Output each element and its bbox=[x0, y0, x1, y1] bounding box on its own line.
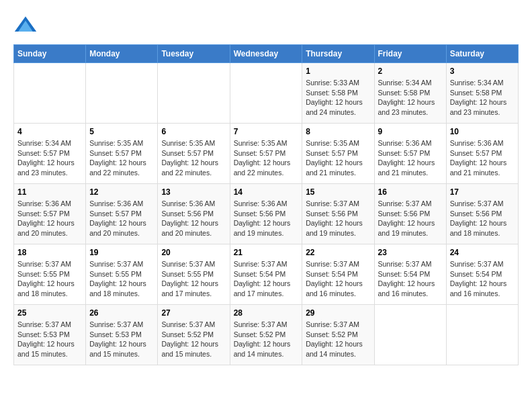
calendar-table: SundayMondayTuesdayWednesdayThursdayFrid… bbox=[13, 44, 519, 365]
day-info: Sunrise: 5:34 AM Sunset: 5:58 PM Dayligh… bbox=[450, 78, 515, 118]
calendar-cell: 3Sunrise: 5:34 AM Sunset: 5:58 PM Daylig… bbox=[446, 63, 518, 124]
day-number: 26 bbox=[89, 308, 154, 318]
day-info: Sunrise: 5:35 AM Sunset: 5:57 PM Dayligh… bbox=[234, 138, 299, 178]
day-info: Sunrise: 5:37 AM Sunset: 5:54 PM Dayligh… bbox=[234, 259, 299, 299]
day-number: 28 bbox=[234, 308, 299, 318]
day-number: 8 bbox=[306, 127, 370, 136]
day-number: 7 bbox=[234, 127, 299, 136]
logo-icon bbox=[13, 13, 38, 38]
day-info: Sunrise: 5:36 AM Sunset: 5:57 PM Dayligh… bbox=[17, 199, 82, 238]
day-number: 4 bbox=[17, 127, 82, 136]
day-info: Sunrise: 5:37 AM Sunset: 5:56 PM Dayligh… bbox=[378, 199, 443, 238]
calendar-week-row: 18Sunrise: 5:37 AM Sunset: 5:55 PM Dayli… bbox=[14, 244, 519, 305]
calendar-cell: 8Sunrise: 5:35 AM Sunset: 5:57 PM Daylig… bbox=[302, 124, 374, 184]
day-info: Sunrise: 5:37 AM Sunset: 5:52 PM Dayligh… bbox=[161, 320, 226, 359]
calendar-cell: 17Sunrise: 5:37 AM Sunset: 5:56 PM Dayli… bbox=[446, 184, 518, 244]
calendar-cell: 6Sunrise: 5:35 AM Sunset: 5:57 PM Daylig… bbox=[158, 124, 230, 184]
calendar-header-row: SundayMondayTuesdayWednesdayThursdayFrid… bbox=[14, 45, 519, 63]
day-info: Sunrise: 5:37 AM Sunset: 5:55 PM Dayligh… bbox=[161, 259, 226, 299]
day-number: 22 bbox=[306, 248, 370, 257]
day-number: 3 bbox=[450, 66, 515, 76]
day-info: Sunrise: 5:37 AM Sunset: 5:52 PM Dayligh… bbox=[234, 320, 299, 359]
day-info: Sunrise: 5:37 AM Sunset: 5:56 PM Dayligh… bbox=[450, 199, 515, 238]
day-info: Sunrise: 5:33 AM Sunset: 5:58 PM Dayligh… bbox=[306, 78, 370, 118]
calendar-cell: 10Sunrise: 5:36 AM Sunset: 5:57 PM Dayli… bbox=[446, 124, 518, 184]
day-info: Sunrise: 5:37 AM Sunset: 5:54 PM Dayligh… bbox=[378, 259, 443, 299]
calendar-cell: 28Sunrise: 5:37 AM Sunset: 5:52 PM Dayli… bbox=[230, 305, 302, 365]
calendar-week-row: 4Sunrise: 5:34 AM Sunset: 5:57 PM Daylig… bbox=[14, 124, 519, 184]
day-number: 10 bbox=[450, 127, 515, 136]
calendar-cell bbox=[14, 63, 86, 124]
day-info: Sunrise: 5:36 AM Sunset: 5:57 PM Dayligh… bbox=[89, 199, 154, 238]
day-info: Sunrise: 5:36 AM Sunset: 5:56 PM Dayligh… bbox=[234, 199, 299, 238]
calendar-cell: 1Sunrise: 5:33 AM Sunset: 5:58 PM Daylig… bbox=[302, 63, 374, 124]
calendar-cell: 15Sunrise: 5:37 AM Sunset: 5:56 PM Dayli… bbox=[302, 184, 374, 244]
day-number: 17 bbox=[450, 187, 515, 197]
calendar-cell bbox=[86, 63, 158, 124]
calendar-cell: 29Sunrise: 5:37 AM Sunset: 5:52 PM Dayli… bbox=[302, 305, 374, 365]
day-number: 12 bbox=[89, 187, 154, 197]
day-info: Sunrise: 5:37 AM Sunset: 5:55 PM Dayligh… bbox=[89, 259, 154, 299]
day-number: 21 bbox=[234, 248, 299, 257]
calendar-cell: 11Sunrise: 5:36 AM Sunset: 5:57 PM Dayli… bbox=[14, 184, 86, 244]
day-number: 14 bbox=[234, 187, 299, 197]
day-number: 11 bbox=[17, 187, 82, 197]
calendar-cell: 26Sunrise: 5:37 AM Sunset: 5:53 PM Dayli… bbox=[86, 305, 158, 365]
day-number: 1 bbox=[306, 66, 370, 76]
day-info: Sunrise: 5:34 AM Sunset: 5:57 PM Dayligh… bbox=[17, 138, 82, 178]
weekday-header-saturday: Saturday bbox=[446, 45, 518, 63]
calendar-cell: 2Sunrise: 5:34 AM Sunset: 5:58 PM Daylig… bbox=[374, 63, 446, 124]
calendar-cell: 25Sunrise: 5:37 AM Sunset: 5:53 PM Dayli… bbox=[14, 305, 86, 365]
calendar-cell: 9Sunrise: 5:36 AM Sunset: 5:57 PM Daylig… bbox=[374, 124, 446, 184]
calendar-cell: 5Sunrise: 5:35 AM Sunset: 5:57 PM Daylig… bbox=[86, 124, 158, 184]
day-number: 5 bbox=[89, 127, 154, 136]
day-info: Sunrise: 5:35 AM Sunset: 5:57 PM Dayligh… bbox=[306, 138, 370, 178]
calendar-cell: 13Sunrise: 5:36 AM Sunset: 5:56 PM Dayli… bbox=[158, 184, 230, 244]
day-info: Sunrise: 5:36 AM Sunset: 5:56 PM Dayligh… bbox=[161, 199, 226, 238]
calendar-cell: 27Sunrise: 5:37 AM Sunset: 5:52 PM Dayli… bbox=[158, 305, 230, 365]
day-number: 9 bbox=[378, 127, 443, 136]
weekday-header-thursday: Thursday bbox=[302, 45, 374, 63]
day-number: 23 bbox=[378, 248, 443, 257]
day-info: Sunrise: 5:34 AM Sunset: 5:58 PM Dayligh… bbox=[378, 78, 443, 118]
day-number: 19 bbox=[89, 248, 154, 257]
day-info: Sunrise: 5:37 AM Sunset: 5:53 PM Dayligh… bbox=[17, 320, 82, 359]
day-info: Sunrise: 5:36 AM Sunset: 5:57 PM Dayligh… bbox=[450, 138, 515, 178]
day-info: Sunrise: 5:37 AM Sunset: 5:55 PM Dayligh… bbox=[17, 259, 82, 299]
calendar-cell: 14Sunrise: 5:36 AM Sunset: 5:56 PM Dayli… bbox=[230, 184, 302, 244]
day-number: 29 bbox=[306, 308, 370, 318]
day-info: Sunrise: 5:37 AM Sunset: 5:52 PM Dayligh… bbox=[306, 320, 370, 359]
weekday-header-monday: Monday bbox=[86, 45, 158, 63]
day-info: Sunrise: 5:36 AM Sunset: 5:57 PM Dayligh… bbox=[378, 138, 443, 178]
calendar-cell: 18Sunrise: 5:37 AM Sunset: 5:55 PM Dayli… bbox=[14, 244, 86, 305]
calendar-cell: 16Sunrise: 5:37 AM Sunset: 5:56 PM Dayli… bbox=[374, 184, 446, 244]
weekday-header-sunday: Sunday bbox=[14, 45, 86, 63]
calendar-week-row: 25Sunrise: 5:37 AM Sunset: 5:53 PM Dayli… bbox=[14, 305, 519, 365]
weekday-header-friday: Friday bbox=[374, 45, 446, 63]
calendar-week-row: 1Sunrise: 5:33 AM Sunset: 5:58 PM Daylig… bbox=[14, 63, 519, 124]
calendar-cell: 4Sunrise: 5:34 AM Sunset: 5:57 PM Daylig… bbox=[14, 124, 86, 184]
calendar-week-row: 11Sunrise: 5:36 AM Sunset: 5:57 PM Dayli… bbox=[14, 184, 519, 244]
logo bbox=[13, 13, 40, 38]
calendar-cell bbox=[230, 63, 302, 124]
page-header bbox=[13, 13, 519, 38]
day-number: 27 bbox=[161, 308, 226, 318]
day-info: Sunrise: 5:37 AM Sunset: 5:53 PM Dayligh… bbox=[89, 320, 154, 359]
calendar-cell: 12Sunrise: 5:36 AM Sunset: 5:57 PM Dayli… bbox=[86, 184, 158, 244]
calendar-cell: 19Sunrise: 5:37 AM Sunset: 5:55 PM Dayli… bbox=[86, 244, 158, 305]
day-info: Sunrise: 5:35 AM Sunset: 5:57 PM Dayligh… bbox=[89, 138, 154, 178]
day-info: Sunrise: 5:37 AM Sunset: 5:56 PM Dayligh… bbox=[306, 199, 370, 238]
weekday-header-tuesday: Tuesday bbox=[158, 45, 230, 63]
calendar-cell bbox=[158, 63, 230, 124]
day-number: 24 bbox=[450, 248, 515, 257]
day-number: 16 bbox=[378, 187, 443, 197]
day-info: Sunrise: 5:37 AM Sunset: 5:54 PM Dayligh… bbox=[306, 259, 370, 299]
calendar-cell: 21Sunrise: 5:37 AM Sunset: 5:54 PM Dayli… bbox=[230, 244, 302, 305]
weekday-header-wednesday: Wednesday bbox=[230, 45, 302, 63]
day-number: 2 bbox=[378, 66, 443, 76]
day-number: 6 bbox=[161, 127, 226, 136]
calendar-cell: 20Sunrise: 5:37 AM Sunset: 5:55 PM Dayli… bbox=[158, 244, 230, 305]
day-number: 13 bbox=[161, 187, 226, 197]
day-info: Sunrise: 5:35 AM Sunset: 5:57 PM Dayligh… bbox=[161, 138, 226, 178]
day-number: 25 bbox=[17, 308, 82, 318]
